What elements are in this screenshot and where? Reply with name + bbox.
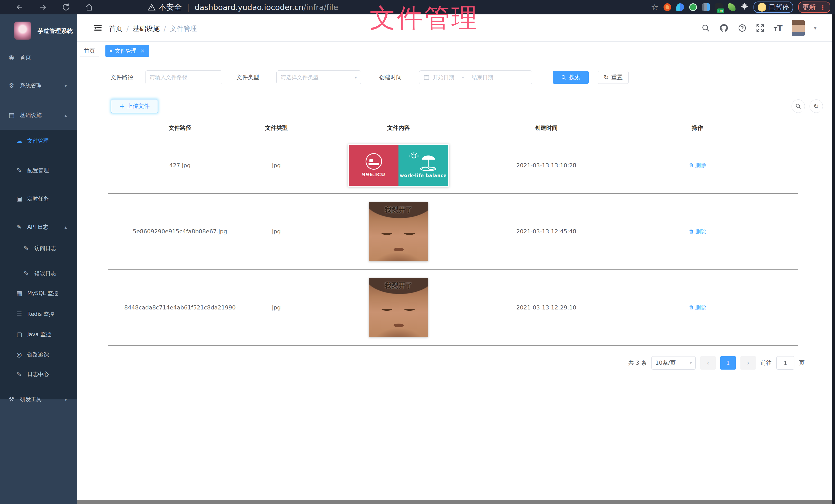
sidebar-item-首页[interactable]: ◉首页 [0, 49, 77, 66]
goto-page-input[interactable]: 1 [776, 356, 794, 370]
tab-首页[interactable]: 首页 [80, 45, 99, 57]
sidebar-item-基础设施[interactable]: ▤基础设施▴ [0, 107, 77, 124]
security-label: 不安全 [159, 2, 182, 13]
sidebar: 芋道管理系统 ◉首页⚙系统管理▾▤基础设施▴☁文件管理✎配置管理▣定时任务✎AP… [0, 14, 77, 504]
meme-mouth [393, 323, 404, 327]
delete-button[interactable]: 删除 [689, 304, 706, 311]
help-icon[interactable] [738, 24, 747, 33]
trash-icon [689, 229, 694, 234]
bookmark-star-icon[interactable]: ☆ [651, 2, 658, 12]
browser-forward-icon[interactable] [39, 3, 47, 12]
delete-button[interactable]: 删除 [689, 228, 706, 235]
browser-scrollbar[interactable] [832, 14, 835, 504]
breadcrumb-infra[interactable]: 基础设施 [133, 24, 160, 33]
header-search-icon[interactable] [701, 24, 710, 33]
cloud-upload-icon: ☁ [17, 137, 23, 144]
sidebar-item-label: 定时任务 [27, 195, 49, 202]
close-icon[interactable]: × [140, 48, 145, 54]
main-content: 文件路径 文件类型 请选择文件类型 ▾ 创建时间 开始日期 - 结束日期 搜索 … [77, 60, 832, 500]
chevron-down-icon: ▾ [64, 397, 67, 402]
warning-icon [148, 3, 156, 11]
sidebar-item-label: Java 监控 [27, 331, 51, 338]
tab-label: 首页 [84, 47, 95, 55]
search-button[interactable]: 搜索 [553, 71, 589, 84]
reset-button[interactable]: ↻ 重置 [598, 71, 629, 84]
profile-avatar [758, 3, 766, 12]
sidebar-item-配置管理[interactable]: ✎配置管理 [0, 162, 77, 179]
sidebar-item-定时任务[interactable]: ▣定时任务 [0, 190, 77, 207]
hamburger-icon[interactable] [93, 23, 103, 33]
table-row: 427.jpgjpg 996.ICU work-life balance2021… [108, 137, 798, 194]
sidebar-item-链路追踪[interactable]: ◎链路追踪 [0, 346, 77, 363]
file-type-select[interactable]: 请选择文件类型 ▾ [277, 70, 361, 84]
sidebar-item-文件管理[interactable]: ☁文件管理 [0, 132, 77, 149]
extension-leaf-icon[interactable] [728, 3, 735, 11]
sidebar-item-label: 日志中心 [27, 371, 49, 378]
meme-mouth [393, 248, 404, 251]
prev-page-button[interactable]: ‹ [700, 356, 716, 370]
browser-update-button[interactable]: 更新 ⋮ [798, 2, 830, 13]
browser-back-icon[interactable] [16, 3, 24, 12]
security-chip[interactable]: 不安全 | dashboard.yudao.iocoder.cn/infra/f… [148, 2, 338, 12]
sidebar-item-Redis监控[interactable]: ☰Redis 监控 [0, 306, 77, 322]
banner-996-text: 996.ICU [362, 172, 385, 177]
font-size-icon[interactable]: TT [774, 24, 782, 33]
cell-file-content: 我裂开了 [369, 278, 428, 337]
banner-996-image[interactable]: 996.ICU work-life balance [348, 144, 449, 187]
upload-file-button[interactable]: + 上传文件 [111, 99, 158, 113]
calendar-icon [423, 74, 430, 81]
trace-eye-icon: ◎ [17, 351, 22, 358]
sidebar-item-label: 配置管理 [27, 167, 49, 174]
github-icon[interactable] [719, 23, 729, 33]
browser-refresh-icon[interactable] [62, 3, 70, 12]
sidebar-item-Java监控[interactable]: ▢Java 监控 [0, 326, 77, 343]
profile-paused-pill[interactable]: 已暂停 [754, 2, 793, 13]
sidebar-logo-row[interactable]: 芋道管理系统 [0, 20, 77, 43]
next-page-button[interactable]: › [740, 356, 756, 370]
extension-green-check-icon[interactable] [689, 3, 697, 11]
meme-image[interactable]: 我裂开了 [369, 202, 428, 261]
meme-image[interactable]: 我裂开了 [369, 278, 428, 337]
sidebar-item-研发工具[interactable]: ⚒研发工具▾ [0, 391, 77, 408]
url-text[interactable]: dashboard.yudao.iocoder.cn/infra/file [195, 3, 338, 12]
delete-label: 删除 [695, 228, 706, 235]
api-log-icon: ✎ [17, 223, 22, 231]
delete-button[interactable]: 删除 [689, 162, 706, 169]
banner-996-text: work-life balance [400, 173, 447, 178]
column-header-创建时间: 创建时间 [535, 124, 557, 132]
banner-996-left: 996.ICU [349, 145, 399, 186]
sidebar-item-系统管理[interactable]: ⚙系统管理▾ [0, 77, 77, 94]
extensions-puzzle-icon[interactable] [741, 3, 748, 12]
sidebar-item-访问日志[interactable]: ✎访问日志 [0, 240, 77, 257]
extension-columns-icon[interactable] [702, 3, 710, 11]
delete-label: 删除 [695, 162, 706, 169]
table-search-toggle-button[interactable] [792, 100, 805, 113]
sidebar-item-API日志[interactable]: ✎API 日志▴ [0, 218, 77, 235]
gear-icon: ⚙ [9, 82, 14, 89]
pagination-total: 共 3 条 [628, 359, 647, 367]
breadcrumb-separator: / [164, 25, 166, 33]
tab-文件管理[interactable]: 文件管理× [105, 45, 149, 57]
date-range-picker[interactable]: 开始日期 - 结束日期 [419, 70, 532, 84]
mysql-monitor-icon: ▦ [17, 290, 22, 297]
user-avatar[interactable] [792, 20, 805, 36]
page-size-select[interactable]: 10条/页 ▾ [651, 356, 696, 370]
tab-label: 文件管理 [115, 47, 137, 55]
extension-on-badge-icon[interactable]: on [715, 3, 722, 11]
breadcrumb-home[interactable]: 首页 [109, 24, 122, 33]
refresh-icon: ↻ [813, 102, 819, 110]
sidebar-item-错误日志[interactable]: ✎错误日志 [0, 265, 77, 282]
update-label: 更新 [802, 3, 816, 12]
avatar-caret-icon[interactable]: ▾ [814, 25, 816, 31]
fullscreen-icon[interactable] [756, 24, 765, 33]
table-refresh-button[interactable]: ↻ [810, 100, 823, 113]
extension-pin-icon[interactable] [676, 3, 684, 11]
current-page-button[interactable]: 1 [720, 356, 736, 370]
file-path-input[interactable] [145, 70, 222, 84]
extension-orange-icon[interactable] [664, 3, 671, 11]
sidebar-item-日志中心[interactable]: ✎日志中心 [0, 366, 77, 383]
browser-home-icon[interactable] [85, 3, 94, 12]
browser-menu-icon[interactable]: ⋮ [819, 3, 826, 11]
sidebar-item-MySQL监控[interactable]: ▦MySQL 监控 [0, 285, 77, 302]
delete-label: 删除 [695, 304, 706, 311]
